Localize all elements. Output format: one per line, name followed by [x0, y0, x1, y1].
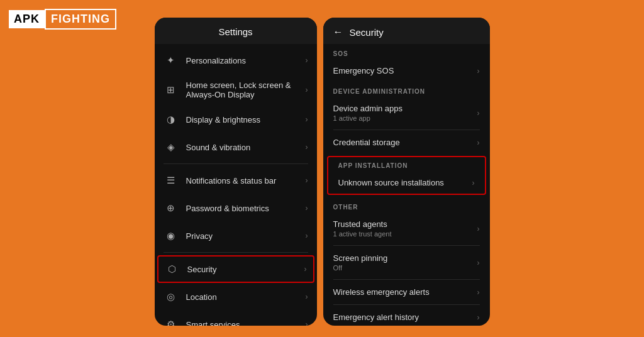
display-icon: ◑	[164, 112, 179, 127]
security-item-subtitle-device-admin-apps: 1 active app	[333, 114, 477, 122]
location-icon: ◎	[164, 289, 179, 304]
settings-chevron-password: ›	[306, 204, 308, 213]
security-item-title-emergency-sos: Emergency SOS	[333, 66, 477, 75]
security-chevron-emergency-history: ›	[477, 313, 480, 322]
settings-item-label-location: Location	[186, 292, 306, 302]
security-item-title-device-admin-apps: Device admin apps	[333, 104, 477, 113]
security-item-subtitle-screen-pinning: Off	[333, 264, 477, 272]
phones-container: Settings ✦Personalizations›⊞Home screen,…	[155, 18, 490, 326]
logo-apk: APK	[9, 10, 45, 28]
settings-item-label-smart-services: Smart services	[186, 320, 306, 326]
privacy-icon: ◉	[164, 228, 179, 243]
security-item-title-screen-pinning: Screen pinning	[333, 253, 477, 263]
security-item-wireless-emergency[interactable]: Wireless emergency alerts›	[323, 281, 490, 303]
security-item-trusted-agents[interactable]: Trusted agents1 active trust agent›	[323, 213, 490, 244]
security-chevron-wireless-emergency: ›	[477, 288, 480, 297]
settings-chevron-security: ›	[304, 265, 307, 273]
settings-chevron-privacy: ›	[306, 231, 308, 240]
section-label-other: OTHER	[323, 197, 490, 213]
settings-item-label-display: Display & brightness	[186, 115, 306, 124]
security-item-title-wireless-emergency: Wireless emergency alerts	[333, 287, 477, 297]
back-button[interactable]: ←	[333, 26, 343, 38]
settings-item-label-security: Security	[187, 265, 304, 274]
settings-chevron-notifications: ›	[306, 176, 308, 185]
security-item-title-credential-storage: Credential storage	[333, 138, 477, 147]
security-chevron-trusted-agents: ›	[477, 224, 480, 233]
settings-item-notifications[interactable]: ☰Notifications & status bar›	[155, 167, 317, 194]
security-item-title-emergency-history: Emergency alert history	[333, 312, 477, 322]
settings-item-smart-services[interactable]: ⚙Smart services›	[155, 311, 317, 326]
app-background: APK FIGHTING Settings ✦Personalizations›…	[0, 0, 644, 337]
settings-item-home-screen[interactable]: ⊞Home screen, Lock screen & Always-On Di…	[155, 74, 317, 106]
left-phone-header: Settings	[155, 18, 317, 44]
notifications-icon: ☰	[164, 173, 179, 188]
settings-title: Settings	[218, 26, 252, 37]
settings-chevron-smart-services: ›	[306, 320, 308, 326]
security-chevron-unknown-source: ›	[472, 179, 475, 187]
settings-chevron-location: ›	[306, 292, 308, 301]
smart-services-icon: ⚙	[164, 317, 179, 326]
home-screen-icon: ⊞	[164, 82, 179, 97]
security-item-subtitle-trusted-agents: 1 active trust agent	[333, 230, 477, 238]
section-label-sos: SOS	[323, 44, 490, 60]
password-icon: ⊕	[164, 201, 179, 216]
right-phone: ← Security SOSEmergency SOS›DEVICE ADMIN…	[323, 18, 490, 326]
logo: APK FIGHTING	[9, 9, 116, 30]
security-item-credential-storage[interactable]: Credential storage›	[323, 131, 490, 153]
sound-icon: ◈	[164, 140, 179, 155]
logo-fighting: FIGHTING	[45, 9, 116, 30]
settings-item-personalizations[interactable]: ✦Personalizations›	[155, 47, 317, 74]
settings-chevron-personalizations: ›	[306, 56, 308, 65]
settings-chevron-home-screen: ›	[306, 86, 308, 94]
settings-item-sound[interactable]: ◈Sound & vibration›	[155, 133, 317, 161]
security-item-device-admin-apps[interactable]: Device admin apps1 active app›	[323, 97, 490, 128]
settings-item-label-home-screen: Home screen, Lock screen & Always-On Dis…	[186, 80, 306, 99]
settings-item-label-notifications: Notifications & status bar	[186, 176, 306, 185]
security-item-title-trusted-agents: Trusted agents	[333, 219, 477, 229]
settings-item-privacy[interactable]: ◉Privacy›	[155, 222, 317, 250]
security-chevron-screen-pinning: ›	[477, 258, 480, 267]
left-phone: Settings ✦Personalizations›⊞Home screen,…	[155, 18, 317, 326]
settings-item-label-sound: Sound & vibration	[186, 143, 306, 152]
security-header: ← Security	[323, 18, 490, 44]
security-icon: ⬡	[165, 262, 180, 277]
security-item-emergency-sos[interactable]: Emergency SOS›	[323, 60, 490, 82]
settings-list: ✦Personalizations›⊞Home screen, Lock scr…	[155, 44, 317, 326]
settings-item-display[interactable]: ◑Display & brightness›	[155, 106, 317, 133]
security-page-title: Security	[350, 27, 384, 38]
settings-item-location[interactable]: ◎Location›	[155, 283, 317, 311]
security-chevron-credential-storage: ›	[477, 138, 480, 147]
settings-item-label-password: Password & biometrics	[186, 204, 306, 213]
security-chevron-emergency-sos: ›	[477, 67, 480, 75]
security-item-unknown-source[interactable]: Unknown source installations›	[328, 172, 485, 194]
settings-item-label-personalizations: Personalizations	[186, 56, 306, 65]
personalizations-icon: ✦	[164, 53, 179, 68]
security-chevron-device-admin-apps: ›	[477, 109, 480, 118]
section-label-app-installation: APP INSTALLATION	[328, 157, 485, 172]
security-item-title-unknown-source: Unknown source installations	[338, 178, 472, 187]
settings-chevron-display: ›	[306, 115, 308, 124]
settings-item-password[interactable]: ⊕Password & biometrics›	[155, 194, 317, 222]
section-label-device-admin: DEVICE ADMINISTRATION	[323, 82, 490, 97]
settings-item-label-privacy: Privacy	[186, 231, 306, 241]
security-item-screen-pinning[interactable]: Screen pinningOff›	[323, 247, 490, 278]
highlighted-section-app-installation: APP INSTALLATIONUnknown source installat…	[327, 156, 486, 195]
settings-chevron-sound: ›	[306, 143, 308, 152]
settings-item-security[interactable]: ⬡Security›	[157, 255, 314, 283]
security-item-emergency-history[interactable]: Emergency alert history›	[323, 306, 490, 326]
security-list: SOSEmergency SOS›DEVICE ADMINISTRATIONDe…	[323, 44, 490, 326]
